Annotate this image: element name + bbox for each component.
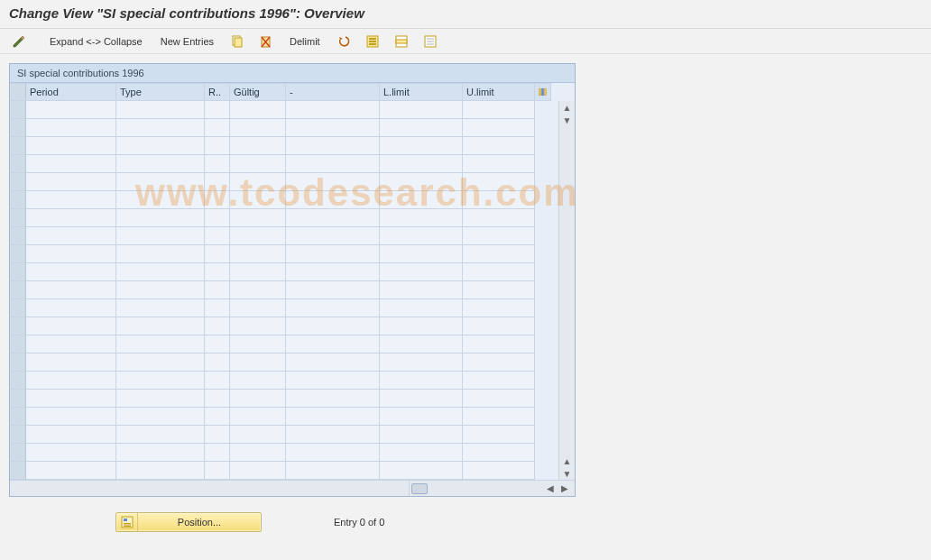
- cell-ulimit[interactable]: [463, 335, 535, 353]
- cell-r[interactable]: [205, 155, 230, 173]
- delete-icon[interactable]: [254, 32, 278, 50]
- cell-type[interactable]: [116, 426, 205, 444]
- cell-period[interactable]: [26, 101, 116, 119]
- cell-ulimit[interactable]: [463, 155, 535, 173]
- cell-gultig[interactable]: [230, 173, 286, 191]
- cell-dash[interactable]: [286, 245, 380, 263]
- cell-dash[interactable]: [286, 191, 380, 209]
- cell-period[interactable]: [26, 408, 116, 426]
- cell-dash[interactable]: [286, 227, 380, 245]
- cell-r[interactable]: [205, 408, 230, 426]
- col-period[interactable]: Period: [26, 83, 116, 101]
- table-row[interactable]: [10, 263, 558, 281]
- row-selector[interactable]: [10, 155, 26, 173]
- table-row[interactable]: [10, 191, 558, 209]
- row-selector[interactable]: [10, 263, 26, 281]
- cell-llimit[interactable]: [380, 390, 463, 408]
- cell-ulimit[interactable]: [463, 353, 535, 372]
- cell-period[interactable]: [26, 173, 116, 191]
- cell-period[interactable]: [26, 245, 116, 263]
- cell-period[interactable]: [26, 353, 116, 372]
- cell-r[interactable]: [205, 263, 230, 281]
- cell-period[interactable]: [26, 191, 116, 209]
- cell-gultig[interactable]: [230, 281, 286, 299]
- cell-gultig[interactable]: [230, 299, 286, 317]
- cell-period[interactable]: [26, 372, 116, 390]
- cell-r[interactable]: [205, 119, 230, 137]
- table-row[interactable]: [10, 281, 558, 299]
- cell-dash[interactable]: [286, 173, 380, 191]
- cell-gultig[interactable]: [230, 227, 286, 245]
- cell-dash[interactable]: [286, 281, 380, 299]
- cell-dash[interactable]: [286, 209, 380, 227]
- row-selector[interactable]: [10, 299, 26, 317]
- cell-gultig[interactable]: [230, 317, 286, 335]
- cell-period[interactable]: [26, 227, 116, 245]
- cell-r[interactable]: [205, 372, 230, 390]
- cell-type[interactable]: [116, 281, 205, 299]
- cell-gultig[interactable]: [230, 353, 286, 372]
- cell-ulimit[interactable]: [463, 408, 535, 426]
- cell-dash[interactable]: [286, 263, 380, 281]
- table-row[interactable]: [10, 209, 558, 227]
- cell-ulimit[interactable]: [463, 101, 535, 119]
- cell-dash[interactable]: [286, 119, 380, 137]
- cell-llimit[interactable]: [380, 227, 463, 245]
- cell-ulimit[interactable]: [463, 245, 535, 263]
- cell-gultig[interactable]: [230, 119, 286, 137]
- cell-period[interactable]: [26, 462, 116, 480]
- scroll-up-icon[interactable]: ▲: [560, 101, 575, 114]
- copy-as-icon[interactable]: [226, 32, 249, 50]
- horizontal-scrollbar[interactable]: ◀ ▶: [10, 480, 575, 496]
- cell-period[interactable]: [26, 263, 116, 281]
- cell-type[interactable]: [116, 390, 205, 408]
- cell-ulimit[interactable]: [463, 209, 535, 227]
- cell-ulimit[interactable]: [463, 462, 535, 480]
- cell-ulimit[interactable]: [463, 317, 535, 335]
- table-row[interactable]: [10, 372, 558, 390]
- cell-type[interactable]: [116, 137, 205, 155]
- cell-period[interactable]: [26, 155, 116, 173]
- cell-ulimit[interactable]: [463, 426, 535, 444]
- row-selector[interactable]: [10, 101, 26, 119]
- cell-type[interactable]: [116, 317, 205, 335]
- cell-period[interactable]: [26, 335, 116, 353]
- cell-type[interactable]: [116, 245, 205, 263]
- cell-period[interactable]: [26, 119, 116, 137]
- cell-gultig[interactable]: [230, 137, 286, 155]
- configure-columns-icon[interactable]: [535, 83, 551, 101]
- table-row[interactable]: [10, 444, 558, 462]
- cell-r[interactable]: [205, 426, 230, 444]
- table-row[interactable]: [10, 245, 558, 263]
- row-selector[interactable]: [10, 209, 26, 227]
- row-selector[interactable]: [10, 372, 26, 390]
- cell-type[interactable]: [116, 119, 205, 137]
- cell-r[interactable]: [205, 227, 230, 245]
- cell-dash[interactable]: [286, 462, 380, 480]
- toggle-display-change-icon[interactable]: [7, 32, 31, 50]
- cell-r[interactable]: [205, 191, 230, 209]
- select-all-icon[interactable]: [361, 32, 384, 50]
- cell-dash[interactable]: [286, 155, 380, 173]
- cell-type[interactable]: [116, 408, 205, 426]
- cell-type[interactable]: [116, 462, 205, 480]
- cell-r[interactable]: [205, 317, 230, 335]
- cell-ulimit[interactable]: [463, 263, 535, 281]
- cell-ulimit[interactable]: [463, 281, 535, 299]
- cell-llimit[interactable]: [380, 191, 463, 209]
- cell-llimit[interactable]: [380, 372, 463, 390]
- cell-type[interactable]: [116, 263, 205, 281]
- cell-r[interactable]: [205, 137, 230, 155]
- cell-dash[interactable]: [286, 335, 380, 353]
- cell-gultig[interactable]: [230, 191, 286, 209]
- cell-gultig[interactable]: [230, 263, 286, 281]
- cell-ulimit[interactable]: [463, 227, 535, 245]
- cell-ulimit[interactable]: [463, 372, 535, 390]
- cell-llimit[interactable]: [380, 281, 463, 299]
- cell-period[interactable]: [26, 299, 116, 317]
- cell-period[interactable]: [26, 209, 116, 227]
- table-row[interactable]: [10, 353, 558, 372]
- cell-llimit[interactable]: [380, 263, 463, 281]
- deselect-all-icon[interactable]: [419, 32, 442, 50]
- cell-llimit[interactable]: [380, 408, 463, 426]
